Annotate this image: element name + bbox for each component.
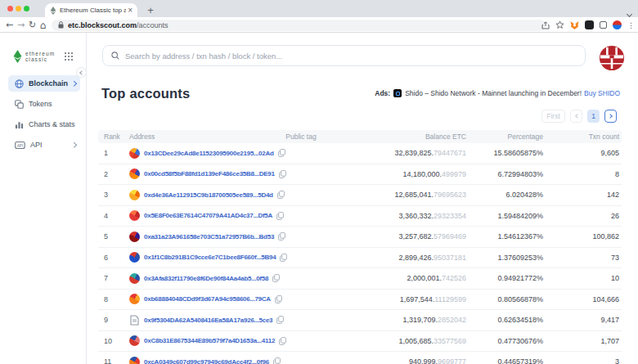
copy-icon[interactable] [280,254,287,262]
address-cell: 0x13CDee29cAd8e11523095900e2195...02Ad [129,148,276,159]
address-link[interactable]: 0x13CDee29cAd8e11523095900e2195...02Ad [144,150,274,157]
address-cell: 0xb68884048CDd9f3d67A94c958606...79CA [129,294,276,304]
txn-count-cell: 9,417 [543,316,619,324]
tokens-icon [15,100,24,109]
address-cell: 0x9f5304DA62A5408416Ea58A17a926...5ce3 [129,315,276,326]
txn-count-cell: 73 [543,254,619,262]
txn-count-cell: 142 [543,191,619,199]
profile-avatar[interactable] [613,20,622,29]
copy-icon[interactable] [277,191,285,199]
table-row: 7 0x3Afa832f11790e8f6De90f84Aa4ab5...0f5… [98,268,622,290]
address-link[interactable]: 0xb68884048CDd9f3d67A94c958606...79CA [144,295,271,303]
address-link[interactable]: 0x00cd58f5bF88fd1d139eF486ce35B8...DE91 [144,170,275,178]
maximize-window-button[interactable] [24,6,29,11]
percentage-cell: 15.58605875% [466,149,543,157]
tab-close-icon[interactable]: × [128,7,133,15]
address-link[interactable]: 0x1f1C8b291B1C9cce6e7C1bee8F660f...5B94 [144,254,276,261]
rank-cell: 7 [98,274,129,282]
browser-menu-icon[interactable]: ⋮ [627,21,635,29]
copy-icon[interactable] [278,232,285,240]
percentage-cell: 6.020428% [466,191,543,199]
extension-icon[interactable] [585,20,594,29]
copy-icon[interactable] [276,212,284,220]
site-logo[interactable]: ethereum classic [13,50,55,63]
balance-cell: 32,839,825.79447671 [326,149,466,157]
ads-link[interactable]: Buy SHIDO [584,89,620,97]
tab-favicon [50,7,56,15]
ethereum-classic-logo-icon [13,50,22,63]
api-icon: API [15,141,25,150]
txn-count-cell: 10 [543,274,619,282]
minimize-window-button[interactable] [16,6,21,11]
address-link[interactable]: 0x9f5304DA62A5408416Ea58A17a926...5ce3 [144,317,272,324]
tab-strip: Ethereum Classic top accoun × + [0,0,638,17]
pagination-first-button[interactable]: First [541,110,565,123]
balance-cell: 2,000,001.742526 [326,274,466,282]
address-cell: 0xd4e36Ae112915C9b18700505ee589...5D4d [129,190,276,200]
tab-search-icon[interactable] [600,21,607,29]
txn-count-cell: 9,605 [543,149,619,157]
percentage-cell: 0.94921772% [466,274,543,282]
address-link[interactable]: 0xcA0349c607d99c97949c69dAcc4f2...0f96 [144,358,269,364]
sidebar-collapse-button[interactable] [76,67,87,78]
apps-grid-icon[interactable] [65,52,73,61]
address-cell: 0x1f1C8b291B1C9cce6e7C1bee8F660f...5B94 [129,252,276,263]
txn-count-cell: 104,666 [543,295,619,303]
forward-button[interactable]: → [16,17,26,33]
pagination-prev-button[interactable] [570,110,582,123]
sidebar-item-tokens[interactable]: Tokens [8,96,80,112]
balance-cell: 2,899,426.95037181 [326,254,466,262]
address-bar[interactable]: etc.blockscout.com/accounts [52,20,546,31]
home-button[interactable]: ⌂ [38,17,48,33]
address-link[interactable]: 0xC8b31E8675344E89b579f7a4D1653a...4112 [144,337,275,344]
reload-button[interactable]: ↻ [27,17,38,33]
ads-text: Shido – Shido Network - Mainnet launchin… [405,89,582,97]
search-input[interactable]: Search by address / txn hash / block / t… [102,45,586,66]
percentage-cell: 0.47730676% [466,337,543,345]
txn-count-cell: 100,862 [543,232,619,240]
sidebar-item-blockchain[interactable]: Blockchain [8,75,80,92]
table-row: 5 0xa31a23A961658e703C51a72957B6b...Bd53… [98,227,622,248]
back-button[interactable]: ← [4,17,15,33]
site-logo-text: ethereum classic [25,51,55,62]
address-identicon [129,190,140,200]
balance-cell: 1,319,709.2852042 [326,316,466,324]
address-identicon [129,273,140,284]
new-tab-button[interactable]: + [144,4,157,17]
search-icon [111,52,119,60]
table-row: 2 0x00cd58f5bF88fd1d139eF486ce35B8...DE9… [98,164,622,186]
copy-icon[interactable] [279,337,286,345]
rank-cell: 1 [98,149,129,157]
copy-icon[interactable] [279,170,286,178]
copy-icon[interactable] [273,357,281,364]
percentage-cell: 1.37609253% [466,254,543,262]
balance-cell: 940,999.9699777 [326,357,466,364]
address-link[interactable]: 0xd4e36Ae112915C9b18700505ee589...5D4d [144,191,273,199]
address-cell: 0x5E8F0e63E7614C47079A41AD4c37...Df5A [129,210,276,221]
rank-cell: 3 [98,191,129,199]
pagination-next-button[interactable] [604,110,617,123]
sidebar-item-api[interactable]: API API [8,137,80,153]
copy-icon[interactable] [275,295,282,303]
bookmark-star-icon[interactable] [555,20,564,29]
share-icon[interactable] [541,21,550,29]
percentage-cell: 1.59484209% [466,212,543,220]
address-link[interactable]: 0xa31a23A961658e703C51a72957B6b...Bd53 [144,233,274,240]
copy-icon[interactable] [276,316,284,324]
txn-count-cell: 3 [543,357,619,364]
table-header: Rank Address Public tag Balance ETC Perc… [98,130,622,143]
address-identicon [129,252,140,263]
copy-icon[interactable] [272,274,280,282]
close-window-button[interactable] [7,6,13,11]
pagination-current-page[interactable]: 1 [587,110,600,123]
copy-icon[interactable] [278,149,285,157]
metamask-extension-icon[interactable] [570,21,579,29]
rank-cell: 2 [98,170,129,178]
globe-icon [15,79,24,88]
ads-banner: Ads: Shido – Shido Network - Mainnet lau… [375,89,620,97]
page-title: Top accounts [101,86,190,101]
address-link[interactable]: 0x3Afa832f11790e8f6De90f84Aa4ab5...0f58 [144,275,268,282]
sidebar-item-charts-stats[interactable]: Charts & stats [8,116,80,133]
address-link[interactable]: 0x5E8F0e63E7614C47079A41AD4c37...Df5A [144,212,272,219]
browser-tab[interactable]: Ethereum Classic top accoun × [45,3,137,17]
